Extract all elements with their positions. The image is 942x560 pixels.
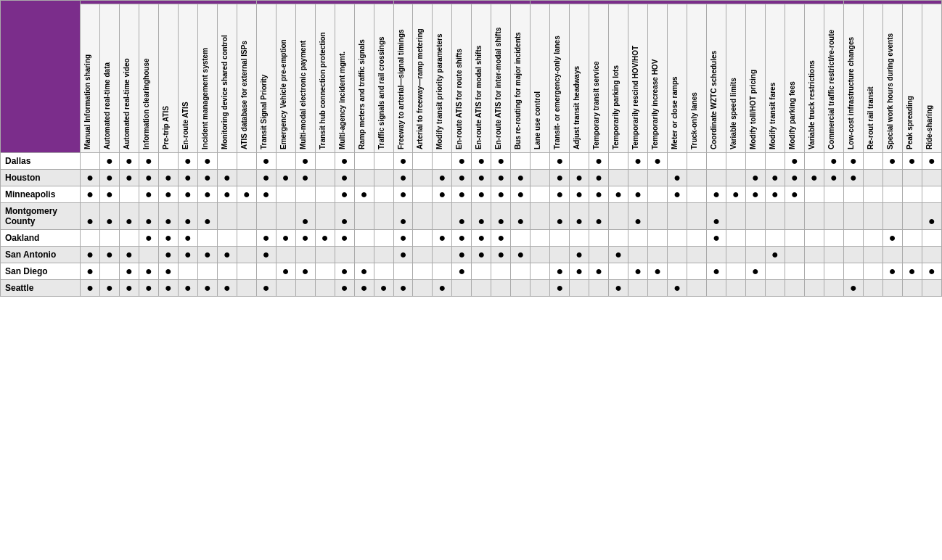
data-cell: ● [256, 280, 276, 297]
data-cell [531, 153, 550, 170]
data-cell: ● [628, 263, 648, 280]
data-cell [863, 263, 882, 280]
data-cell [785, 230, 804, 247]
dot-indicator: ● [165, 248, 172, 260]
data-cell: ● [178, 186, 197, 203]
data-cell [413, 153, 433, 170]
data-cell: ● [668, 280, 687, 297]
data-cell: ● [99, 247, 119, 263]
col-header-42: Peak spreading [902, 4, 922, 153]
dot-indicator: ● [595, 265, 602, 277]
dot-indicator: ● [556, 155, 563, 167]
dot-indicator: ● [263, 248, 270, 260]
dot-indicator: ● [752, 171, 759, 184]
data-cell [668, 153, 687, 170]
data-cell [745, 247, 765, 263]
data-cell: ● [295, 153, 315, 170]
data-cell: ● [335, 153, 354, 170]
dot-indicator: ● [86, 265, 94, 277]
dot-indicator: ● [459, 171, 466, 184]
dot-indicator: ● [204, 248, 211, 260]
data-cell: ● [354, 186, 374, 203]
data-cell: ● [119, 247, 139, 263]
col-header-6: Incident management system [197, 4, 217, 153]
dot-indicator: ● [459, 248, 466, 260]
data-cell: ● [452, 186, 472, 203]
data-cell [687, 153, 707, 170]
data-cell [882, 170, 902, 186]
col-header-18: Modify transit priority parameters [433, 4, 452, 153]
table-row: Oakland●●●●●●●●●●●●●●● [1, 230, 942, 247]
site-header [1, 1, 81, 153]
data-cell [804, 230, 824, 247]
dot-indicator: ● [400, 248, 407, 260]
data-cell: ● [550, 153, 570, 170]
col-header-26: Temporary transit service [589, 4, 609, 153]
data-cell: ● [178, 280, 197, 297]
data-cell [452, 280, 472, 297]
dot-indicator: ● [282, 171, 290, 184]
data-cell: ● [707, 230, 726, 247]
data-cell: ● [628, 153, 648, 170]
data-cell [374, 186, 393, 203]
data-cell: ● [922, 153, 941, 170]
data-cell [668, 203, 687, 230]
data-cell: ● [276, 263, 295, 280]
data-cell [765, 153, 785, 170]
dot-indicator: ● [459, 215, 466, 227]
dot-indicator: ● [752, 265, 759, 277]
data-cell [354, 247, 374, 263]
dot-indicator: ● [204, 155, 211, 167]
dot-indicator: ● [184, 171, 192, 184]
data-cell [843, 186, 863, 203]
data-cell: ● [119, 170, 139, 186]
dot-indicator: ● [791, 171, 798, 184]
data-cell: ● [550, 280, 570, 297]
dot-indicator: ● [556, 171, 563, 184]
data-cell [315, 203, 335, 230]
data-cell [687, 170, 707, 186]
data-cell [902, 280, 922, 297]
dot-indicator: ● [145, 231, 152, 244]
data-cell: ● [178, 153, 197, 170]
data-cell: ● [609, 186, 628, 203]
data-cell [648, 247, 668, 263]
data-cell [315, 170, 335, 186]
data-cell: ● [99, 153, 119, 170]
dot-indicator: ● [341, 171, 348, 184]
data-cell [413, 230, 433, 247]
data-cell [902, 170, 922, 186]
data-cell [628, 230, 648, 247]
dot-indicator: ● [517, 215, 524, 227]
data-cell: ● [570, 203, 589, 230]
dot-indicator: ● [204, 215, 211, 227]
dot-indicator: ● [673, 171, 681, 184]
data-cell [824, 230, 843, 247]
col-header-28: Temporarily rescind HOV/HOT [628, 4, 648, 153]
data-cell: ● [158, 263, 178, 280]
data-cell [843, 247, 863, 263]
col-header-39: Low-cost infrastructure changes [843, 4, 863, 153]
dot-indicator: ● [400, 215, 407, 227]
dot-indicator: ● [263, 281, 270, 294]
data-cell: ● [511, 203, 531, 230]
dot-indicator: ● [497, 248, 504, 260]
data-cell [922, 170, 941, 186]
data-cell [217, 263, 237, 280]
data-cell [707, 280, 726, 297]
data-cell: ● [824, 153, 843, 170]
data-cell: ● [491, 203, 511, 230]
dot-indicator: ● [184, 215, 192, 227]
main-table-container: Manual Information sharingAutomated real… [0, 0, 942, 297]
data-cell: ● [511, 170, 531, 186]
data-cell [354, 170, 374, 186]
data-cell [433, 263, 452, 280]
data-cell [707, 247, 726, 263]
data-cell: ● [393, 247, 413, 263]
data-cell [237, 247, 256, 263]
data-cell: ● [256, 186, 276, 203]
dot-indicator: ● [184, 231, 192, 244]
data-cell [413, 280, 433, 297]
col-header-38: Commercial traffic restrict/re-route [824, 4, 843, 153]
data-cell [531, 230, 550, 247]
